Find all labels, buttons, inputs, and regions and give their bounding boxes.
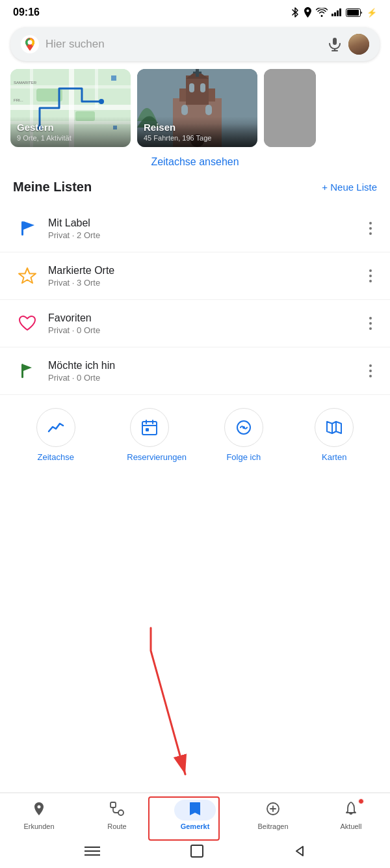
mit-label-name: Mit Label: [48, 217, 364, 229]
moechte-ich-hin-name: Möchte ich hin: [48, 360, 364, 372]
zeitachse-link[interactable]: Zeitachse ansehen: [0, 147, 390, 180]
bell-nav-icon: [343, 801, 359, 817]
bookmark-nav-icon: [187, 801, 203, 817]
svg-rect-48: [146, 428, 149, 431]
svg-rect-54: [110, 802, 116, 807]
svg-marker-41: [19, 268, 36, 283]
quick-actions: Zeitachse Reservierungen Folge ich: [0, 395, 390, 468]
more-options-markierte-orte[interactable]: [364, 267, 377, 285]
timeline-card-partial: [264, 69, 316, 147]
nav-item-gemerkt[interactable]: Gemerkt: [174, 800, 216, 830]
search-bar[interactable]: Hier suchen: [10, 27, 380, 61]
mic-icon[interactable]: [328, 37, 342, 51]
bottom-nav: Erkunden Route Gemerkt: [0, 793, 390, 835]
meine-listen-header: Meine Listen + Neue Liste: [0, 180, 390, 205]
android-home-bar: [0, 845, 390, 858]
signal-icon: [332, 8, 342, 16]
markierte-orte-name: Markierte Orte: [48, 265, 364, 277]
maps-logo: [21, 35, 39, 53]
gestern-overlay: Gestern 9 Orte, 1 Aktivität: [10, 116, 131, 147]
timeline-card-reisen[interactable]: Reisen 45 Fahrten, 196 Tage: [137, 69, 257, 147]
nav-item-aktuell[interactable]: Aktuell: [330, 800, 372, 830]
quick-action-folge-ich[interactable]: Folge ich: [224, 408, 263, 462]
nav-item-erkunden[interactable]: Erkunden: [18, 800, 60, 830]
timeline-card-gestern[interactable]: SAMARITER FRI... Gestern 9 Orte, 1 Aktiv…: [10, 69, 131, 147]
zeitachse-circle: [36, 408, 75, 447]
flag-blue-icon: [13, 214, 42, 243]
list-item-moechte-ich-hin[interactable]: Möchte ich hin Privat · 0 Orte: [0, 347, 390, 395]
nav-label-erkunden: Erkunden: [23, 822, 54, 830]
quick-action-zeitachse[interactable]: Zeitachse: [36, 408, 75, 462]
svg-point-7: [28, 40, 32, 45]
reisen-subtitle: 45 Fahrten, 196 Tage: [144, 134, 251, 142]
nav-label-gemerkt: Gemerkt: [181, 822, 210, 830]
svg-rect-8: [333, 38, 337, 45]
svg-rect-3: [339, 8, 341, 16]
svg-rect-40: [21, 221, 23, 236]
list-info-moechte-ich-hin: Möchte ich hin Privat · 0 Orte: [48, 360, 364, 383]
timeline-cards: SAMARITER FRI... Gestern 9 Orte, 1 Aktiv…: [0, 69, 390, 147]
more-options-favoriten[interactable]: [364, 314, 377, 332]
reservierungen-label: Reservierungen: [127, 452, 172, 462]
search-placeholder: Hier suchen: [46, 38, 321, 51]
svg-rect-5: [347, 10, 359, 16]
back-triangle-icon[interactable]: [294, 845, 306, 857]
battery-icon: [346, 8, 363, 17]
mit-label-meta: Privat · 2 Orte: [48, 230, 364, 240]
svg-marker-51: [327, 422, 341, 433]
wifi-icon: [316, 8, 328, 17]
gestern-subtitle: 9 Orte, 1 Aktivität: [17, 134, 124, 142]
hamburger-icon[interactable]: [84, 846, 100, 856]
favoriten-name: Favoriten: [48, 312, 364, 324]
bluetooth-icon: [291, 7, 300, 18]
svg-point-50: [242, 426, 245, 429]
folge-ich-label: Folge ich: [226, 452, 261, 462]
svg-rect-42: [21, 364, 23, 378]
svg-rect-55: [118, 810, 124, 815]
reservierungen-circle: [130, 408, 169, 447]
list-item-markierte-orte[interactable]: Markierte Orte Privat · 3 Orte: [0, 252, 390, 300]
favoriten-meta: Privat · 0 Orte: [48, 325, 364, 335]
list-container: Mit Label Privat · 2 Orte Markierte Orte…: [0, 205, 390, 395]
svg-rect-1: [334, 12, 336, 16]
list-info-favoriten: Favoriten Privat · 0 Orte: [48, 312, 364, 335]
svg-rect-44: [142, 422, 157, 435]
quick-action-reservierungen[interactable]: Reservierungen: [127, 408, 172, 462]
nav-item-route[interactable]: Route: [96, 800, 138, 830]
gestern-title: Gestern: [17, 122, 124, 133]
directions-nav-icon: [109, 801, 125, 817]
folge-ich-circle: [224, 408, 263, 447]
nav-label-aktuell: Aktuell: [340, 822, 361, 830]
svg-rect-0: [332, 14, 333, 16]
reisen-overlay: Reisen 45 Fahrten, 196 Tage: [137, 116, 257, 147]
markierte-orte-meta: Privat · 3 Orte: [48, 278, 364, 288]
nav-item-beitragen[interactable]: Beitragen: [252, 800, 294, 830]
list-item-mit-label[interactable]: Mit Label Privat · 2 Orte: [0, 205, 390, 252]
karten-circle: [315, 408, 354, 447]
user-avatar[interactable]: [348, 34, 369, 55]
quick-action-karten[interactable]: Karten: [315, 408, 354, 462]
add-circle-nav-icon: [265, 801, 281, 817]
svg-rect-2: [337, 10, 339, 16]
svg-marker-63: [296, 847, 303, 856]
moechte-ich-hin-meta: Privat · 0 Orte: [48, 373, 364, 383]
heart-pink-icon: [13, 309, 42, 338]
star-gold-icon: [13, 262, 42, 290]
status-bar: 09:16 ⚡: [0, 0, 390, 22]
nav-label-beitragen: Beitragen: [257, 822, 288, 830]
list-item-favoriten[interactable]: Favoriten Privat · 0 Orte: [0, 300, 390, 347]
karten-label: Karten: [322, 452, 346, 462]
svg-text:SAMARITER: SAMARITER: [14, 81, 37, 85]
status-time: 09:16: [13, 7, 40, 18]
list-info-markierte-orte: Markierte Orte Privat · 3 Orte: [48, 265, 364, 288]
list-info-mit-label: Mit Label Privat · 2 Orte: [48, 217, 364, 240]
home-circle-icon[interactable]: [190, 845, 203, 858]
neue-liste-button[interactable]: + Neue Liste: [322, 182, 377, 193]
location-nav-icon: [31, 801, 47, 817]
zeitachse-label: Zeitachse: [38, 452, 74, 462]
section-title: Meine Listen: [13, 180, 92, 195]
more-options-moechte-ich-hin[interactable]: [364, 362, 377, 380]
svg-rect-24: [111, 75, 116, 81]
more-options-mit-label[interactable]: [364, 219, 377, 237]
svg-point-23: [99, 99, 104, 104]
